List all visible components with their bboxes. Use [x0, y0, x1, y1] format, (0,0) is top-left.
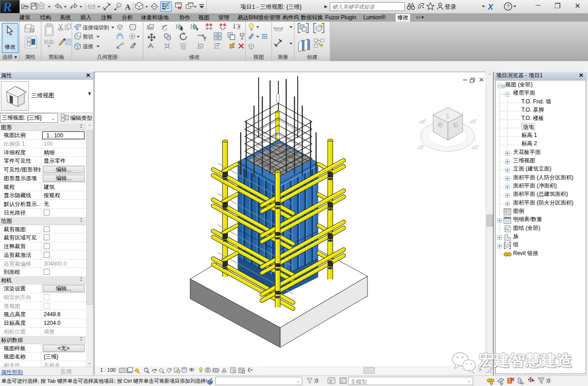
svg-text:A: A: [125, 3, 131, 11]
svg-text:?: ?: [507, 4, 509, 9]
svg-text:1: 1: [118, 4, 120, 7]
svg-text:登录: 登录: [445, 4, 457, 10]
svg-text:X: X: [487, 3, 494, 11]
svg-text:9: 9: [154, 371, 156, 374]
